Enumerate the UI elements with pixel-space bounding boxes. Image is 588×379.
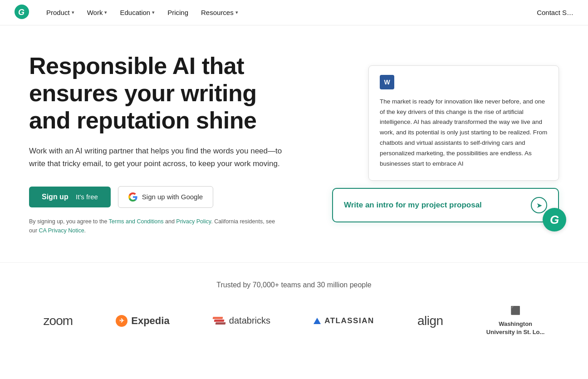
nav-right: Contact S…	[537, 9, 573, 16]
google-signup-button[interactable]: Sign up with Google	[118, 186, 213, 208]
svg-text:G: G	[18, 8, 24, 17]
logo-atlassian: ATLASSIAN	[314, 316, 374, 325]
logo-washington: ⬛ WashingtonUniversity in St. Lo...	[486, 305, 545, 336]
chevron-down-icon: ▾	[152, 10, 155, 15]
ca-privacy-link[interactable]: CA Privacy Notice	[39, 227, 84, 234]
signup-button[interactable]: Sign up It's free	[29, 187, 111, 207]
google-icon	[128, 192, 137, 202]
databricks-icon	[213, 317, 225, 325]
hero-headline: Responsible AI that ensures your writing…	[29, 53, 301, 134]
grammarly-badge: G	[543, 208, 566, 231]
document-card: W The market is ready for innovation lik…	[368, 65, 559, 181]
send-icon: ➤	[536, 201, 542, 210]
expedia-icon: ✈	[116, 315, 127, 327]
grammarly-g-icon: G	[550, 213, 559, 227]
chevron-down-icon: ▾	[72, 10, 74, 15]
atlassian-icon	[314, 318, 321, 324]
logo-databricks: databricks	[213, 315, 270, 326]
hero-legal-text: By signing up, you agree to the Terms an…	[29, 217, 283, 235]
hero-section: Responsible AI that ensures your writing…	[0, 25, 588, 253]
hero-subtext: Work with an AI writing partner that hel…	[29, 145, 283, 169]
terms-link[interactable]: Terms and Conditions	[109, 218, 164, 225]
hero-buttons: Sign up It's free Sign up with Google	[29, 186, 301, 208]
hero-right: W The market is ready for innovation lik…	[319, 65, 559, 223]
logo-zoom: zoom	[44, 314, 73, 328]
chevron-down-icon: ▾	[235, 10, 238, 15]
nav-product[interactable]: Product ▾	[40, 5, 81, 20]
send-button[interactable]: ➤	[531, 197, 547, 213]
prompt-box[interactable]: Write an intro for my project proposal ➤	[332, 188, 559, 222]
trusted-section: Trusted by 70,000+ teams and 30 million …	[0, 262, 588, 351]
nav-pricing[interactable]: Pricing	[161, 5, 195, 20]
trusted-text: Trusted by 70,000+ teams and 30 million …	[29, 281, 559, 289]
word-icon: W	[380, 75, 394, 89]
doc-card-header: W	[380, 75, 548, 89]
hero-left: Responsible AI that ensures your writing…	[29, 53, 301, 235]
privacy-link[interactable]: Privacy Policy	[176, 218, 211, 225]
nav-contact[interactable]: Contact S…	[537, 9, 573, 16]
nav-work[interactable]: Work ▾	[81, 5, 114, 20]
logo-expedia: ✈ Expedia	[116, 315, 169, 327]
nav-resources[interactable]: Resources ▾	[195, 5, 245, 20]
logo-align: align	[417, 314, 443, 328]
nav-education[interactable]: Education ▾	[113, 5, 161, 20]
navigation: G Product ▾ Work ▾ Education ▾ Pricing R…	[0, 0, 588, 25]
nav-left: G Product ▾ Work ▾ Education ▾ Pricing R…	[15, 5, 245, 21]
doc-card-text: The market is ready for innovation like …	[380, 97, 548, 170]
logos-row: zoom ✈ Expedia databricks ATLASSIAN alig…	[29, 305, 559, 336]
brand-logo[interactable]: G	[15, 5, 29, 21]
prompt-text: Write an intro for my project proposal	[344, 201, 531, 210]
chevron-down-icon: ▾	[104, 10, 107, 15]
washington-icon: ⬛	[510, 305, 520, 315]
